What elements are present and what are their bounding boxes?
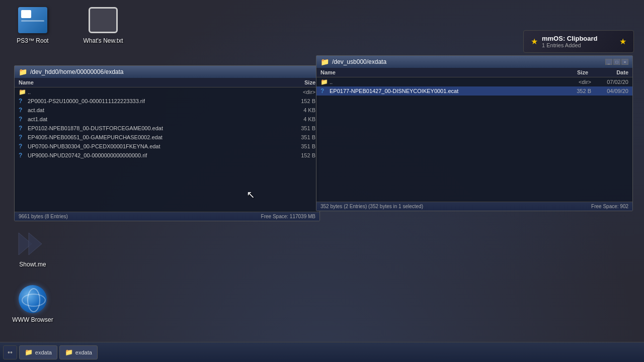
unknown-file-icon: ? [19,107,26,114]
desktop: PS3™ Root What's New.txt Showt.me WWW Br… [0,0,644,362]
file-size: <dir> [556,79,591,85]
desktop-icon-ps3root[interactable]: PS3™ Root [10,5,55,44]
showtime-label: Showt.me [19,261,46,268]
www-browser-label: WWW Browser [12,316,53,323]
www-browser-icon [18,284,48,314]
star-left-icon: ★ [531,37,538,46]
left-file-row[interactable]: ?UP0700-NPUB30304_00-PCEDX00001FKEYNA.ed… [15,142,319,151]
right-panel-status: 352 bytes (2 Entries) (352 bytes in 1 se… [316,202,632,211]
right-panel-title: /dev_usb000/exdata [332,58,386,65]
right-panel-header: Name Size Date [316,68,632,77]
file-size: 351 B [280,143,315,149]
ps3-root-icon [18,5,48,35]
right-file-row[interactable]: ?EP0177-NPEB01427_00-DISNEYCOIKEY0001.ec… [316,86,632,96]
right-col-date: Date [588,69,628,75]
folder-icon: 📁 [19,88,26,96]
clipboard-subtitle: 1 Entries Added [542,42,615,48]
desktop-icon-whatsnew[interactable]: What's New.txt [80,5,126,44]
unknown-file-icon: ? [19,116,26,123]
file-name: act1.dat [28,116,278,122]
whatsnew-label: What's New.txt [84,37,123,44]
left-panel-title: /dev_hdd0/home/00000006/exdata [30,68,124,75]
file-name: EP0102-NPEB01878_00-DUSTFORCEGAME000.eda… [28,125,278,131]
left-file-row[interactable]: ?act.dat4 KB [15,106,319,115]
file-name: EP0177-NPEB01427_00-DISNEYCOIKEY0001.eca… [330,88,554,94]
clipboard-notification: ★ mmOS: Clipboard 1 Entries Added ★ [523,30,634,53]
unknown-file-icon: ? [19,98,26,105]
taskbar-folder-icon-1: 📁 [65,348,73,356]
file-name: UP0700-NPUB30304_00-PCEDX00001FKEYNA.eda… [28,143,278,149]
left-col-name: Name [19,79,275,85]
unknown-file-icon: ? [19,134,26,141]
right-file-row[interactable]: 📁..<dir>07/02/20 [316,77,632,86]
taskbar-tab-label-1: exdata [75,349,92,355]
apps-icon: •• [8,348,13,356]
right-file-panel: 📁 /dev_usb000/exdata _ □ × Name Size Dat… [316,55,633,211]
desktop-icon-www[interactable]: WWW Browser [10,284,55,323]
left-file-list: 📁..<dir>?2P0001-PS2U10000_00-00001111222… [15,87,319,160]
close-button[interactable]: × [621,59,628,65]
file-name: .. [330,79,554,85]
left-panel-titlebar: 📁 /dev_hdd0/home/00000006/exdata [15,66,319,78]
file-size: 351 B [280,125,315,131]
left-panel-folder-icon: 📁 [19,68,27,76]
left-file-panel: 📁 /dev_hdd0/home/00000006/exdata Name Si… [14,65,320,221]
file-name: .. [28,89,278,95]
left-file-row[interactable]: 📁..<dir> [15,87,319,97]
unknown-file-icon: ? [320,87,328,95]
minimize-button[interactable]: _ [605,59,612,65]
right-panel-titlebar: 📁 /dev_usb000/exdata _ □ × [316,56,632,68]
file-date: 07/02/20 [593,79,628,85]
left-panel-header: Name Size [15,78,319,87]
left-file-row[interactable]: ?2P0001-PS2U10000_00-0000111122223333.ri… [15,97,319,106]
taskbar: •• 📁 exdata 📁 exdata [0,342,644,362]
file-size: 4 KB [280,116,315,122]
file-name: 2P0001-PS2U10000_00-0000111122223333.rif [28,98,278,104]
unknown-file-icon: ? [19,152,26,159]
unknown-file-icon: ? [19,143,26,150]
file-date: 04/09/20 [593,88,628,94]
right-panel-folder-icon: 📁 [320,58,329,66]
right-file-list: 📁..<dir>07/02/20?EP0177-NPEB01427_00-DIS… [316,77,632,96]
unknown-file-icon: ? [19,125,26,132]
file-size: <dir> [280,89,315,95]
taskbar-tab-1[interactable]: 📁 exdata [59,345,98,359]
whatsnew-icon [88,5,118,35]
maximize-button[interactable]: □ [613,59,620,65]
right-status-right: Free Space: 902 [591,204,628,209]
ps3-root-label: PS3™ Root [17,37,48,44]
taskbar-folder-icon-0: 📁 [25,348,33,356]
left-file-row[interactable]: ?EP4005-NPEB00651_00-GAMEPURCHASE0002.ed… [15,133,319,142]
left-status-right: Free Space: 117039 MB [261,214,315,219]
right-status-left: 352 bytes (2 Entries) (352 bytes in 1 se… [320,204,423,209]
file-name: UP9000-NPUD20742_00-0000000000000000.rif [28,152,278,158]
panel-controls: _ □ × [605,59,628,65]
file-size: 152 B [280,152,315,158]
svg-marker-1 [29,233,42,255]
file-name: act.dat [28,107,278,113]
file-size: 351 B [280,134,315,140]
file-size: 4 KB [280,107,315,113]
folder-icon: 📁 [320,78,328,85]
taskbar-tab-0[interactable]: 📁 exdata [19,345,57,359]
left-file-row[interactable]: ?UP9000-NPUD20742_00-0000000000000000.ri… [15,151,319,160]
left-panel-status: 9661 bytes (8 Entries) Free Space: 11703… [15,212,319,221]
left-file-row[interactable]: ?EP0102-NPEB01878_00-DUSTFORCEGAME000.ed… [15,124,319,133]
desktop-icon-showtime[interactable]: Showt.me [10,229,55,268]
file-size: 352 B [556,88,591,94]
clipboard-title: mmOS: Clipboard [542,35,615,42]
showtime-icon [18,229,48,259]
file-name: EP4005-NPEB00651_00-GAMEPURCHASE0002.eda… [28,134,278,140]
taskbar-tab-label-0: exdata [35,349,52,355]
file-size: 152 B [280,98,315,104]
left-status-left: 9661 bytes (8 Entries) [19,214,68,219]
left-col-size: Size [275,79,315,85]
right-col-size: Size [548,69,588,75]
taskbar-apps-button[interactable]: •• [3,345,17,359]
star-right-icon: ★ [619,37,626,46]
right-col-name: Name [320,69,548,75]
left-file-row[interactable]: ?act1.dat4 KB [15,115,319,124]
